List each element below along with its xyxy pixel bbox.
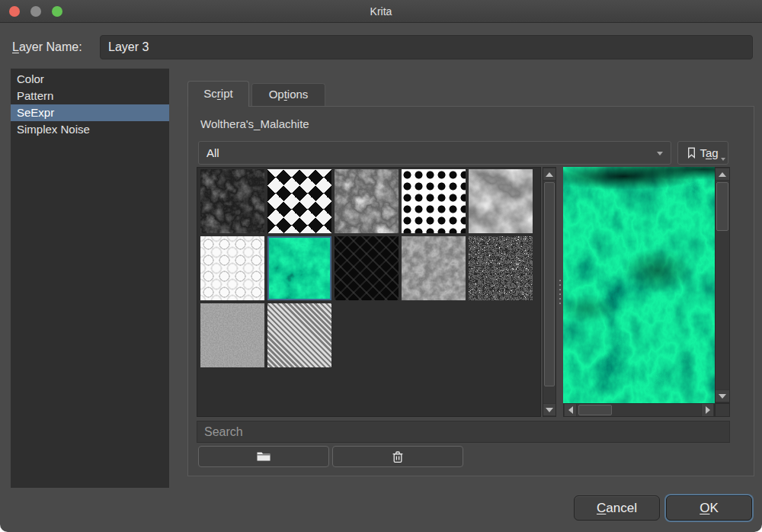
arrow-right-icon <box>706 406 710 414</box>
title-bar: Krita <box>0 0 762 23</box>
krita-fill-layer-dialog: Krita Layer Name: ColorPatternSeExprSimp… <box>0 0 762 532</box>
grid-vertical-scrollbar[interactable] <box>543 167 556 417</box>
scrollbar-thumb[interactable] <box>716 182 728 231</box>
type-list-item-seexpr[interactable]: SeExpr <box>11 104 169 121</box>
close-button[interactable] <box>9 6 20 17</box>
arrow-up-icon <box>546 172 553 177</box>
pattern-thumbnail-halftone-dots[interactable] <box>402 169 466 233</box>
bookmark-icon <box>687 147 696 159</box>
window-title: Krita <box>0 0 762 23</box>
resource-chooser <box>197 167 730 417</box>
scrollbar-track[interactable] <box>543 181 555 403</box>
preview-horizontal-scrollbar[interactable] <box>563 403 715 417</box>
pattern-thumbnail-diagonal-weave[interactable] <box>267 303 331 367</box>
scrollbar-corner <box>715 403 730 417</box>
ok-button[interactable]: OK <box>666 495 752 521</box>
pattern-thumbnail-dark-marble[interactable] <box>200 169 264 233</box>
fill-type-list: ColorPatternSeExprSimplex Noise <box>11 69 169 488</box>
scroll-left-button[interactable] <box>564 404 577 416</box>
pattern-thumbnail-green-malachite[interactable] <box>267 236 331 300</box>
pattern-grid <box>197 167 541 417</box>
import-resource-button[interactable] <box>198 446 329 467</box>
scrollbar-track[interactable] <box>716 181 729 389</box>
layer-name-input[interactable] <box>100 35 753 59</box>
type-list-item-color[interactable]: Color <box>11 71 169 88</box>
arrow-up-icon <box>719 172 726 177</box>
tag-button[interactable]: Tag <box>677 141 728 165</box>
scroll-up-button[interactable] <box>716 168 729 181</box>
tag-filter-combobox[interactable]: All <box>198 141 671 165</box>
delete-resource-button[interactable] <box>332 446 463 467</box>
preview-vertical-scrollbar[interactable] <box>715 167 730 403</box>
scrollbar-track[interactable] <box>577 404 701 416</box>
type-list-item-pattern[interactable]: Pattern <box>11 88 169 104</box>
minimize-button[interactable] <box>30 6 41 17</box>
tab-script[interactable]: Script <box>187 81 249 107</box>
tag-button-label: Tag <box>700 146 718 159</box>
pattern-thumbnail-gray-clouds[interactable] <box>335 169 399 233</box>
preview-pane <box>563 167 730 417</box>
scroll-down-button[interactable] <box>543 403 555 416</box>
scrollbar-thumb[interactable] <box>578 405 612 415</box>
pattern-thumbnail-bw-triangles[interactable] <box>267 169 331 233</box>
tab-options[interactable]: Options <box>251 83 325 106</box>
scroll-down-button[interactable] <box>716 389 729 402</box>
search-input[interactable] <box>197 421 730 443</box>
arrow-down-icon <box>719 394 726 399</box>
layer-name-label: Layer Name: <box>12 40 82 54</box>
scroll-up-button[interactable] <box>543 168 555 181</box>
arrow-left-icon <box>568 406 573 414</box>
type-list-item-simplex-noise[interactable]: Simplex Noise <box>11 121 169 138</box>
resource-name-label: Wolthera's_Malachite <box>200 117 309 130</box>
pattern-thumbnail-fine-grain[interactable] <box>200 303 264 367</box>
pattern-thumbnail-speckle-noise[interactable] <box>469 236 533 300</box>
trash-icon <box>392 450 403 463</box>
splitter-handle[interactable] <box>556 167 563 417</box>
script-tab-panel: Wolthera's_Malachite All Tag <box>187 106 754 476</box>
arrow-down-icon <box>546 408 553 412</box>
pattern-thumbnail-dark-maze[interactable] <box>335 236 399 300</box>
pattern-thumbnail-gray-smoke[interactable] <box>469 169 533 233</box>
pattern-thumbnail-gray-rough[interactable] <box>402 236 466 300</box>
pattern-thumbnail-truchet-rings[interactable] <box>200 236 264 300</box>
folder-icon <box>256 450 271 463</box>
scrollbar-thumb[interactable] <box>544 182 555 386</box>
zoom-button[interactable] <box>52 6 62 17</box>
cancel-button[interactable]: Cancel <box>574 495 660 521</box>
scroll-right-button[interactable] <box>701 404 714 416</box>
pattern-preview <box>563 167 715 403</box>
chevron-down-icon <box>657 152 663 155</box>
chevron-down-icon <box>721 158 725 161</box>
